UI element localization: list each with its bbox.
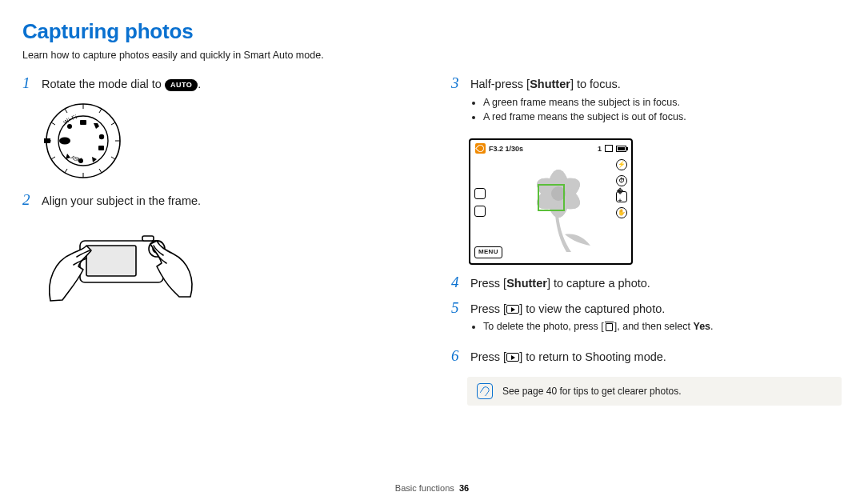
playback-key-icon [506,353,519,362]
step-1-text-pre: Rotate the mode dial to [42,78,165,90]
svg-point-16 [67,124,72,129]
face-detect-icon [474,188,486,199]
svg-rect-24 [86,246,136,276]
step-4-pre: Press [ [470,277,506,290]
focus-box [538,184,565,211]
metering-icon [474,206,486,217]
zoom-icon: �＋ [616,191,627,202]
lcd-right-icons: ⚡ ⏱ �＋ ✋ [616,159,627,218]
step-3-bullets: A green frame means the subject is in fo… [470,96,842,125]
step-3: 3 Half-press [Shutter] to focus. A green… [451,75,842,130]
hands-camera-figure [38,217,198,313]
step-6: 6 Press [] to return to Shooting mode. [451,348,842,366]
footer-section: Basic functions [395,483,454,493]
step-number: 4 [451,274,462,292]
step-number: 1 [22,75,34,93]
lcd-left-icons [474,188,486,217]
step-number: 3 [451,75,462,130]
left-column: 1 Rotate the mode dial to AUTO. [22,75,413,406]
flash-icon: ⚡ [616,159,627,170]
step-number: 2 [22,192,34,210]
tip-text: See page 40 for tips to get clearer phot… [502,385,681,398]
exposure-readout: F3.2 1/30s [489,144,523,154]
shot-count: 1 [598,144,602,154]
footer-page-number: 36 [459,483,469,493]
step-5-pre: Press [ [470,302,506,315]
step-5-bullets: To delete the photo, press [], and then … [470,320,842,334]
sd-card-icon [605,145,613,152]
step-6-post: ] to return to Shooting mode. [519,350,666,363]
stabilize-icon: ✋ [616,207,627,218]
step-6-pre: Press [ [470,350,506,363]
bullet-green-frame: A green frame means the subject is in fo… [483,96,842,110]
content-columns: 1 Rotate the mode dial to AUTO. [22,75,842,406]
macro-icon [475,143,486,154]
tip-box: See page 40 for tips to get clearer phot… [467,377,842,406]
trash-icon [605,322,614,331]
step-3-post: ] to focus. [570,78,621,90]
page-footer: Basic functions 36 [0,482,864,494]
step-4: 4 Press [Shutter] to capture a photo. [451,274,842,292]
step-4-post: ] to capture a photo. [547,277,650,290]
shutter-label: Shutter [530,78,570,90]
shutter-label: Shutter [506,277,547,290]
mode-dial-figure: Wi-Fi ASM [43,101,123,181]
step-5: 5 Press [] to view the captured photo. T… [451,300,842,340]
step-5-post: ] to view the captured photo. [519,302,665,315]
step-1: 1 Rotate the mode dial to AUTO. [22,75,413,93]
timer-icon: ⏱ [616,175,627,186]
svg-point-15 [59,137,70,144]
battery-icon [616,146,626,152]
svg-rect-17 [80,120,86,125]
svg-rect-14 [44,138,50,143]
bullet-red-frame: A red frame means the subject is out of … [483,110,842,124]
step-1-text-post: . [198,78,201,90]
bullet-delete: To delete the photo, press [], and then … [483,320,842,334]
right-column: 3 Half-press [Shutter] to focus. A green… [451,75,842,406]
step-2-text: Align your subject in the frame. [42,194,201,207]
step-number: 5 [451,300,462,340]
tip-icon [477,383,493,399]
step-number: 6 [451,348,462,366]
lcd-preview-figure: F3.2 1/30s 1 ⚡ ⏱ �＋ ✋ [469,138,633,265]
svg-point-18 [99,134,104,138]
page-title: Capturing photos [22,18,842,46]
playback-key-icon [506,305,519,314]
svg-rect-27 [142,236,154,241]
step-3-pre: Half-press [ [470,78,530,90]
page-subtitle: Learn how to capture photos easily and q… [22,49,842,62]
svg-rect-19 [98,146,104,150]
step-2: 2 Align your subject in the frame. [22,192,413,210]
menu-button-label: MENU [474,246,502,258]
auto-mode-pill-icon: AUTO [165,79,198,90]
